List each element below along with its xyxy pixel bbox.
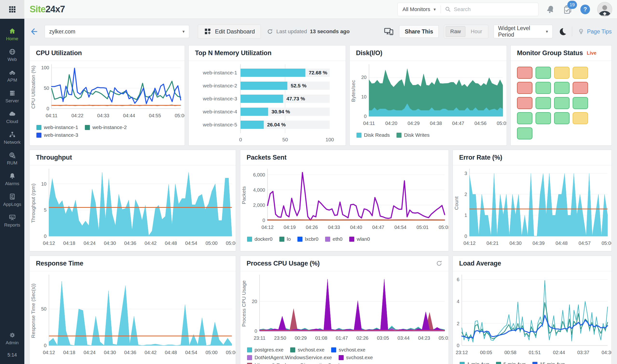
sidebar-item-web[interactable]: Web (0, 45, 24, 65)
widget-header: Disk(I/O) (350, 46, 507, 61)
legend-item[interactable]: Disk Writes (397, 132, 429, 138)
sidebar-item-label: APM (7, 78, 17, 83)
site24x7-logo[interactable]: Site24x7 (30, 4, 65, 14)
svg-text:50: 50 (282, 137, 288, 142)
svg-text:04:12: 04:12 (43, 350, 55, 355)
monitor-status-cell-yellow[interactable] (573, 67, 588, 79)
sidebar-item-applogs[interactable]: AppLogs (0, 190, 24, 210)
legend-swatch (247, 347, 252, 352)
legend-item[interactable]: web-instance-3 (36, 132, 78, 138)
sidebar-item-network[interactable]: Network (0, 128, 24, 148)
sidebar-item-apm[interactable]: APM (0, 65, 24, 86)
svg-text:04:12: 04:12 (261, 225, 274, 230)
svg-text:05:06: 05:06 (226, 350, 236, 355)
monitor-status-cell-red[interactable] (517, 97, 532, 109)
refresh-icon[interactable] (267, 28, 273, 35)
monitor-status-cell-green[interactable] (517, 127, 532, 139)
svg-text:00:58: 00:58 (505, 350, 517, 355)
chart-legend: 1 min Avg5 min Avg15 min Avg (453, 358, 611, 364)
widget-load: Load Average024623:1200:0500:5801:5102:4… (453, 256, 612, 364)
search-input[interactable] (454, 6, 534, 13)
legend-item[interactable]: web-instance-2 (85, 124, 126, 130)
legend-item[interactable]: Microsoft.Exchange.Diagnostics.Service.e… (247, 362, 354, 364)
legend-item[interactable]: DotNetAgent.WindowsService.exe (247, 355, 332, 360)
legend-item[interactable]: svchost.exe (339, 355, 373, 360)
throughput-chart: 0510Throughput (rpm)04:1204:1804:2404:30… (30, 165, 236, 249)
topbar-right: All Monitors ▾ 19 ? (398, 2, 617, 17)
monitor-status-cell-green[interactable] (535, 97, 551, 109)
svg-text:0: 0 (457, 343, 459, 348)
help-icon[interactable]: ? (580, 5, 590, 14)
raw-toggle[interactable]: Raw (446, 26, 466, 37)
back-arrow-icon[interactable] (30, 27, 38, 36)
edit-dashboard-button[interactable]: Edit Dashboard (198, 25, 261, 39)
monitor-status-cell-green[interactable] (554, 82, 570, 94)
sidebar-item-cloud[interactable]: Cloud (0, 107, 24, 128)
legend-item[interactable]: svchost.exe (290, 347, 324, 353)
monitor-status-cell-green[interactable] (517, 112, 532, 124)
tasks-icon[interactable]: 19 (562, 4, 573, 15)
legend-item[interactable]: docker0 (247, 236, 273, 242)
legend-item[interactable]: postgres.exe (247, 347, 283, 353)
dark-mode-moon-icon[interactable] (558, 27, 567, 36)
monitor-status-cell-red[interactable] (573, 82, 588, 94)
monitor-filter-dropdown[interactable]: All Monitors ▾ (398, 6, 440, 13)
svg-text:04:55: 04:55 (149, 113, 161, 118)
widget-refresh-icon[interactable] (436, 260, 443, 267)
monitor-status-cell-green[interactable] (535, 112, 551, 124)
legend-label: docker0 (255, 236, 273, 242)
svg-text:web-instance-4: web-instance-4 (203, 109, 237, 114)
dashboard-select[interactable]: zylker.com ▾ (45, 25, 189, 38)
svg-text:03:05: 03:05 (377, 335, 389, 341)
svg-text:04:24: 04:24 (84, 240, 96, 246)
legend-item[interactable]: 15 min Avg (532, 361, 565, 364)
sidebar-item-alarms[interactable]: Alarms (0, 169, 24, 190)
legend-item[interactable]: Disk Reads (356, 132, 390, 138)
sidebar-item-server[interactable]: Server (0, 86, 24, 107)
legend-swatch (325, 237, 330, 242)
page-tips-link[interactable]: Page Tips (577, 28, 612, 35)
legend-item[interactable]: web-instance-1 (36, 124, 78, 130)
widget-period-select[interactable]: Widget Level Period ▾ (494, 25, 553, 38)
sidebar-item-home[interactable]: Home (0, 24, 24, 45)
svg-text:04:33: 04:33 (328, 225, 340, 230)
legend-label: 15 min Avg (540, 361, 565, 364)
monitor-status-cell-green[interactable] (573, 97, 588, 109)
sidebar-item-reports[interactable]: Reports (0, 210, 24, 231)
legend-item[interactable]: 5 min Avg (496, 361, 526, 364)
monitor-status-cell-yellow[interactable] (573, 112, 588, 124)
legend-item[interactable]: svchost.exe (331, 347, 365, 353)
legend-label: web-instance-2 (92, 124, 126, 130)
legend-label: svchost.exe (346, 355, 373, 360)
share-this-button[interactable]: Share This (399, 25, 439, 38)
widget-throughput: Throughput0510Throughput (rpm)04:1204:18… (29, 150, 236, 251)
chart-legend: postgres.exesvchost.exesvchost.exeDotNet… (240, 344, 449, 364)
monitor-status-cell-red[interactable] (517, 82, 532, 94)
monitor-status-cell-green[interactable] (535, 67, 551, 79)
legend-label: svchost.exe (339, 347, 365, 353)
monitor-status-cell-green[interactable] (554, 97, 570, 109)
svg-text:01:47: 01:47 (336, 335, 348, 341)
hour-toggle[interactable]: Hour (466, 26, 487, 37)
legend-item[interactable]: eth0 (325, 236, 343, 242)
monitor-status-cell-green[interactable] (554, 112, 570, 124)
monitor-status-cell-green[interactable] (535, 82, 551, 94)
legend-item[interactable]: wlan0 (349, 236, 370, 242)
legend-label: eth0 (333, 236, 343, 242)
monitor-status-cell-yellow[interactable] (554, 67, 570, 79)
svg-text:04:56: 04:56 (474, 121, 486, 126)
app-grid-icon[interactable] (0, 0, 24, 19)
legend-item[interactable]: lo (279, 236, 291, 242)
edit-dashboard-icon (204, 28, 212, 35)
svg-text:26.04 %: 26.04 % (267, 122, 286, 127)
alerts-bell-icon[interactable] (546, 5, 555, 14)
avatar[interactable] (597, 2, 612, 17)
legend-item[interactable]: 1 min Avg (460, 361, 489, 364)
legend-item[interactable]: lxcbr0 (297, 236, 318, 242)
monitor-status-cell-red[interactable] (517, 67, 532, 79)
sidebar-item-rum[interactable]: RUM (0, 148, 24, 169)
svg-text:03:37: 03:37 (577, 350, 589, 355)
devices-icon[interactable] (384, 26, 394, 37)
sidebar-item-admin[interactable]: Admin (0, 328, 24, 349)
legend-label: postgres.exe (255, 347, 283, 353)
